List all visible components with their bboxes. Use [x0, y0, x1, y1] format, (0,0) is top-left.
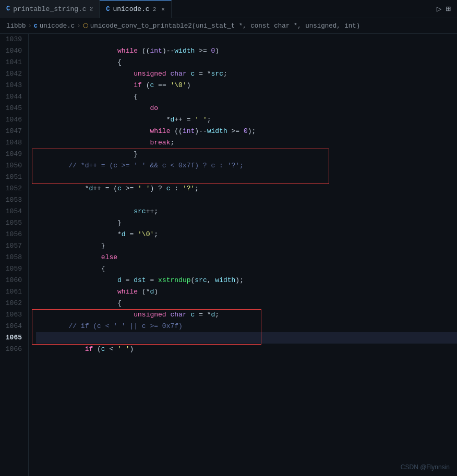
code-line-1047: break; — [36, 126, 457, 137]
ln-1064: 1064 — [0, 321, 22, 332]
code-line-1053: src++; — [36, 194, 457, 206]
breadcrumb-sep-2: › — [77, 22, 81, 30]
tab-badge-2: 2 — [153, 6, 157, 13]
code-line-1063: // if (c < ' ' || c >= 0x7f) — [36, 309, 457, 321]
ln-1048: 1048 — [0, 137, 22, 149]
code-line-1050 — [36, 160, 457, 172]
ln-1044: 1044 — [0, 91, 22, 103]
breadcrumb-filename: unicode.c — [40, 22, 75, 30]
ln-1041: 1041 — [0, 57, 22, 68]
code-line-1065: if (c < ' ') — [36, 332, 457, 344]
tab-label-1: printable_string.c — [13, 5, 86, 13]
ln-1040: 1040 — [0, 45, 22, 57]
ln-1056: 1056 — [0, 229, 22, 240]
ln-1042: 1042 — [0, 68, 22, 80]
breadcrumb-sep-1: › — [28, 22, 32, 30]
code-line-1057: else — [36, 240, 457, 252]
code-line-1066 — [36, 344, 457, 355]
ln-1052: 1052 — [0, 183, 22, 194]
editor: 1039 1040 1041 1042 1043 1044 1045 1046 … — [0, 34, 457, 476]
c-lang-icon-1: C — [6, 5, 10, 13]
ln-1060: 1060 — [0, 275, 22, 286]
code-line-1039: while ((int)--width >= 0) — [36, 34, 457, 45]
breadcrumb-function: unicode_conv_to_printable2(uni_stat_t *,… — [90, 22, 360, 30]
ln-1059: 1059 — [0, 263, 22, 275]
code-line-1062: unsigned char c = *d; — [36, 298, 457, 309]
ln-1043: 1043 — [0, 80, 22, 91]
ln-1066: 1066 — [0, 344, 22, 355]
code-line-1055: *d = '\0'; — [36, 217, 457, 229]
ln-1049: 1049 — [0, 149, 22, 160]
breadcrumb: libbb › C unicode.c › ⬡ unicode_conv_to_… — [0, 18, 457, 34]
code-line-1059: d = dst = xstrndup(src, width); — [36, 263, 457, 275]
tab-bar: C printable_string.c 2 C unicode.c 2 ✕ ▷… — [0, 0, 457, 18]
breadcrumb-struct-icon: ⬡ — [83, 22, 88, 30]
ln-1047: 1047 — [0, 126, 22, 137]
grid-icon[interactable]: ⊞ — [446, 4, 451, 14]
code-line-1045: *d++ = ' '; — [36, 103, 457, 114]
code-line-1058: { — [36, 252, 457, 263]
tab-unicode[interactable]: C unicode.c 2 ✕ — [100, 0, 172, 18]
tab-close-button[interactable]: ✕ — [161, 6, 165, 13]
c-lang-icon-2: C — [106, 6, 110, 13]
ln-1058: 1058 — [0, 252, 22, 263]
ln-1045: 1045 — [0, 103, 22, 114]
breadcrumb-c-icon: C — [34, 23, 38, 29]
code-content[interactable]: while ((int)--width >= 0) { unsigned cha… — [29, 34, 457, 476]
ln-1057: 1057 — [0, 240, 22, 252]
code-line-1056: } — [36, 229, 457, 240]
ln-1046: 1046 — [0, 114, 22, 126]
code-line-1040: { — [36, 45, 457, 57]
toolbar-actions: ▷ ⊞ — [437, 4, 457, 14]
ln-1054: 1054 — [0, 206, 22, 217]
ln-1039: 1039 — [0, 34, 22, 45]
breadcrumb-libbb: libbb — [6, 22, 26, 30]
code-line-1054: } — [36, 206, 457, 217]
watermark: CSDN @Flynnsin — [401, 463, 450, 471]
ln-1051: 1051 — [0, 172, 22, 183]
code-line-1042: if (c == '\0') — [36, 68, 457, 80]
code-lines: while ((int)--width >= 0) { unsigned cha… — [29, 34, 457, 355]
ln-1063: 1063 — [0, 309, 22, 321]
ln-1065: 1065 — [0, 332, 22, 344]
ln-1053: 1053 — [0, 194, 22, 206]
ln-1061: 1061 — [0, 286, 22, 298]
code-line-1041: unsigned char c = *src; — [36, 57, 457, 68]
run-icon[interactable]: ▷ — [437, 4, 442, 14]
ln-1055: 1055 — [0, 217, 22, 229]
tab-badge-1: 2 — [90, 6, 93, 12]
code-line-1051: *d++ = (c >= ' ') ? c : '?'; — [36, 172, 457, 183]
tab-label-2: unicode.c — [113, 5, 149, 13]
code-line-1049: // *d++ = (c >= ' ' && c < 0x7f) ? c : '… — [36, 149, 457, 160]
code-line-1060: while (*d) — [36, 275, 457, 286]
ln-1050: 1050 — [0, 160, 22, 172]
code-line-1048: } — [36, 137, 457, 149]
code-line-1064 — [36, 321, 457, 332]
code-line-1044: do — [36, 91, 457, 103]
line-numbers: 1039 1040 1041 1042 1043 1044 1045 1046 … — [0, 34, 29, 476]
code-line-1043: { — [36, 80, 457, 91]
code-line-1052 — [36, 183, 457, 194]
ln-1062: 1062 — [0, 298, 22, 309]
tab-printable-string[interactable]: C printable_string.c 2 — [0, 0, 100, 18]
code-line-1061: { — [36, 286, 457, 298]
code-line-1046: while ((int)--width >= 0); — [36, 114, 457, 126]
